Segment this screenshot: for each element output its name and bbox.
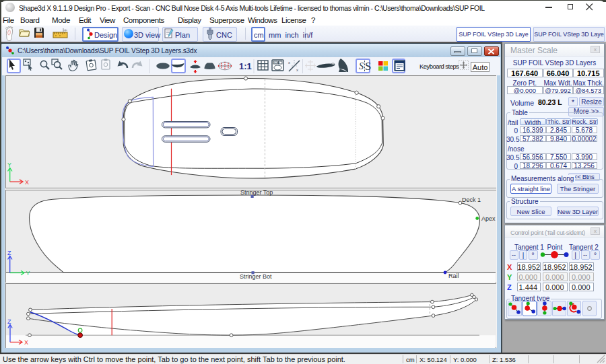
svg-text:X: X (24, 339, 28, 346)
svg-text:Keyboard steps: Keyboard steps (419, 63, 459, 70)
svg-text:Stringer Top: Stringer Top (240, 190, 273, 196)
svg-text:Stringer Bot: Stringer Bot (240, 272, 272, 279)
svg-text:x: x (296, 68, 298, 72)
svg-text:Y: Y (7, 161, 11, 168)
svg-text:X: X (25, 178, 29, 185)
svg-text:1:1: 1:1 (239, 61, 252, 71)
svg-text:Apex: Apex (481, 215, 496, 221)
svg-text:NCM: NCM (274, 61, 280, 65)
svg-text:Deck 1: Deck 1 (462, 196, 481, 203)
svg-text:S: S (365, 60, 371, 73)
svg-text:Y: Y (26, 269, 30, 276)
svg-text:x: x (288, 61, 290, 65)
svg-text:S: S (359, 61, 364, 71)
svg-text:Rail: Rail (448, 272, 459, 279)
svg-text:Z: Z (7, 318, 11, 324)
svg-text:Z: Z (7, 249, 11, 256)
